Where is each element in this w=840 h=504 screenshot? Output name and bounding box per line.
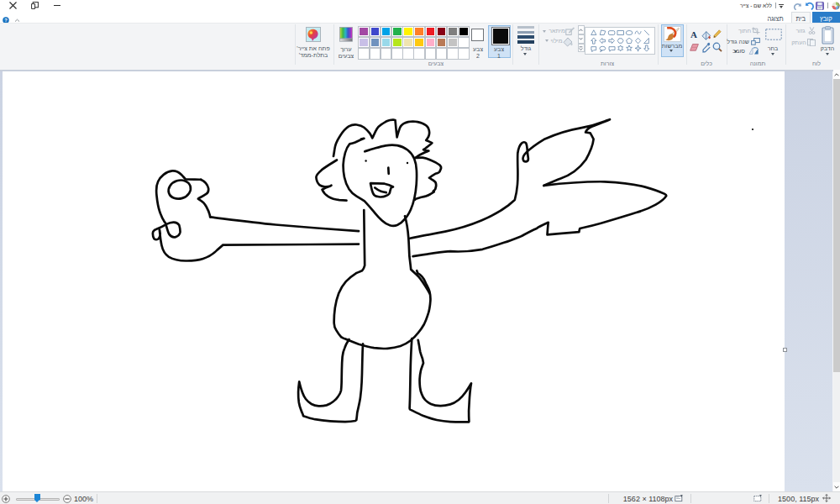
svg-text:?: ? [4, 18, 8, 23]
